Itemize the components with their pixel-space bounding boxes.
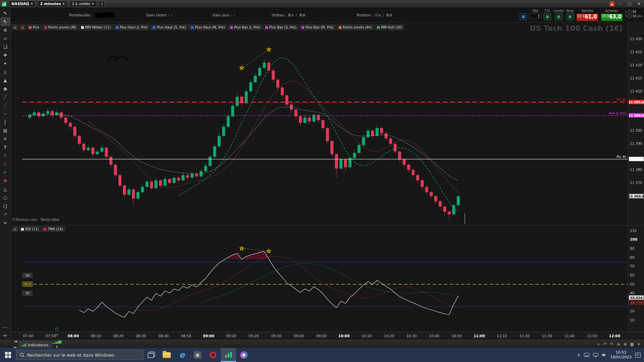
legend-item[interactable]: Plus Haut (M, Pré): [189, 24, 227, 30]
taskbar-clock[interactable]: 10:53 19/01/2023: [610, 350, 632, 360]
share-icon[interactable]: ⬡: [52, 326, 61, 332]
sell-arrow-tool[interactable]: ↓: [1, 160, 10, 168]
zoom-in-icon[interactable]: ⊕: [622, 341, 628, 347]
legend-item[interactable]: RSI (11): [19, 226, 41, 232]
task-view[interactable]: [144, 348, 159, 362]
position-separator: /: [382, 13, 384, 17]
validate-tool[interactable]: ✔: [1, 169, 10, 176]
trading-app[interactable]: [221, 348, 236, 362]
trendline-red-tool[interactable]: ╱: [1, 102, 10, 109]
network-icon[interactable]: [593, 353, 598, 357]
vline-tool[interactable]: │: [1, 118, 10, 126]
panels-icon[interactable]: ▦: [629, 341, 635, 347]
chart-type-icon[interactable]: ▁▃▅: [52, 338, 61, 344]
highlight-tool[interactable]: ◉: [1, 85, 10, 93]
legend-item[interactable]: Plus Bas (J, Pré): [228, 24, 262, 30]
zigzag-tool[interactable]: ≈: [1, 219, 10, 227]
legend-item[interactable]: Plus Bas (M, Pré): [300, 24, 336, 30]
tab-indicateurs[interactable]: Indicateurs: [19, 341, 52, 348]
legend-item[interactable]: MM Hull (30): [375, 24, 405, 30]
instrument-selector[interactable]: NASDAQ ▼: [9, 1, 36, 7]
copy-tool[interactable]: ❏: [1, 43, 10, 51]
legend-item[interactable]: Points pivots (4h): [337, 24, 374, 30]
edge-browser[interactable]: e: [174, 348, 190, 362]
eraser-tool[interactable]: ▱: [1, 35, 10, 42]
position-settings-gear-icon[interactable]: ⚙: [389, 13, 392, 17]
paint-app[interactable]: [236, 348, 252, 362]
rsi-settings-chip[interactable]: ▤: [12, 226, 18, 232]
close-button[interactable]: ✕: [635, 1, 643, 7]
magic-tool[interactable]: ✳: [1, 135, 10, 143]
hand-drawn-scribble: [106, 56, 127, 63]
legend-item[interactable]: Plus Haut (S, Pré): [151, 24, 188, 30]
rectangle-tool[interactable]: □: [1, 202, 10, 210]
more-tools[interactable]: ⋯: [1, 323, 10, 331]
orders-list-icon[interactable]: ≣: [291, 13, 294, 17]
s-checkbox[interactable]: [628, 14, 632, 18]
fast-forward-icon[interactable]: »: [595, 341, 601, 347]
refresh-icon[interactable]: ⟳: [52, 332, 61, 338]
trash-tool[interactable]: ▯: [1, 68, 10, 76]
minimize-button[interactable]: –: [616, 1, 624, 7]
l-checkbox[interactable]: [628, 10, 631, 13]
position-list-icon[interactable]: ≣: [378, 13, 381, 17]
hline-tool[interactable]: ─: [1, 110, 10, 118]
app-generic[interactable]: ▣: [190, 348, 205, 362]
legend-item[interactable]: Plus Haut (J, Pré): [114, 24, 150, 30]
sell-button[interactable]: 11 3 61,0: [576, 13, 598, 21]
zoom-tool[interactable]: ⊕: [1, 26, 10, 34]
svg-text:09:30: 09:30: [271, 334, 281, 338]
undo-icon[interactable]: ↶: [602, 341, 608, 347]
file-explorer[interactable]: [159, 348, 174, 362]
price-chart-svg[interactable]: R1 4hBas (J, Pré)Piv 4h11 43011 42511 42…: [11, 22, 644, 340]
calculator-icon[interactable]: ▦: [520, 13, 527, 20]
scroll-left-button[interactable]: ◄: [12, 338, 18, 344]
chart-settings-chip[interactable]: ▤: [12, 24, 18, 30]
tray-expand-icon[interactable]: ∧: [577, 353, 580, 357]
move-tool[interactable]: ✚: [1, 51, 10, 59]
stop-order-icon[interactable]: ▦: [567, 13, 574, 20]
fib-tool[interactable]: ▤: [1, 127, 10, 134]
legend-item[interactable]: TMA (14): [42, 226, 65, 232]
expand-icon[interactable]: ▾: [636, 341, 642, 347]
cursor-tool[interactable]: ↖: [1, 18, 10, 25]
broker-logo-icon: ▲: [609, 1, 614, 6]
triangle-tool[interactable]: △: [1, 185, 10, 193]
chart-area[interactable]: US Tech 100 Cash (1€) R1 4hBas (J, Pré)P…: [11, 22, 644, 340]
settings-tool[interactable]: ✶: [1, 60, 10, 67]
price-display-chip[interactable]: ▥: [19, 24, 25, 30]
start-button[interactable]: [0, 348, 16, 362]
maximize-button[interactable]: □: [626, 1, 633, 7]
orders-settings-gear-icon[interactable]: ⚙: [303, 13, 306, 17]
timeframe-selector[interactable]: 2 minutes ▼: [38, 1, 67, 7]
redo-icon[interactable]: ↷: [609, 341, 615, 347]
trendline-green-tool[interactable]: ╱: [1, 93, 10, 101]
units-label: 1 k unités: [72, 2, 90, 6]
keyboard-icon[interactable]: [584, 353, 589, 357]
draw-pen-tool[interactable]: ✎: [1, 9, 10, 17]
pencil-tool[interactable]: ✏: [1, 332, 10, 340]
shapes-tool[interactable]: ▲: [1, 76, 10, 84]
buy-arrow-tool[interactable]: ↑: [1, 152, 10, 160]
legend-item[interactable]: Points pivots (M): [42, 24, 78, 30]
opera-browser[interactable]: [205, 348, 221, 362]
volume-icon[interactable]: [602, 353, 607, 357]
arrow-tool[interactable]: ↗: [1, 210, 10, 218]
to-order-icon[interactable]: ▦: [544, 13, 551, 20]
legend-item[interactable]: Plus Bas (S, Pré): [263, 24, 299, 30]
legend-item[interactable]: Prix: [27, 24, 41, 30]
l-label: L: [625, 10, 627, 13]
limit-order-icon[interactable]: ▦: [555, 13, 562, 20]
delete-tool[interactable]: ✖: [1, 177, 10, 185]
taskbar-search[interactable]: Rechercher sur le web et dans Windows: [16, 350, 144, 360]
qty-input[interactable]: [529, 13, 541, 19]
zoom-out-icon[interactable]: ⊖: [615, 341, 622, 347]
buy-button[interactable]: 11 3 63,0: [601, 13, 623, 21]
units-selector[interactable]: 1 k unités ▼: [69, 1, 97, 7]
timeframe-label: 2 minutes: [40, 2, 61, 6]
notification-center-icon[interactable]: [635, 353, 641, 358]
info-icon[interactable]: i: [99, 1, 105, 7]
legend-item[interactable]: MM Wilder (11): [79, 24, 113, 30]
ellipse-tool[interactable]: ○: [1, 194, 10, 201]
text-tool[interactable]: T: [1, 143, 10, 151]
